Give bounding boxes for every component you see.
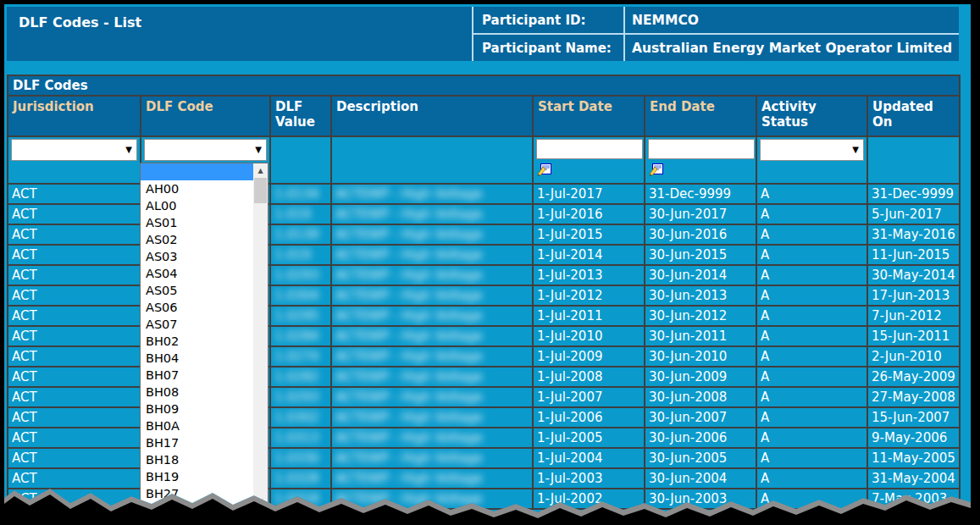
table-title: DLF Codes <box>7 75 961 95</box>
start-date-filter-input[interactable] <box>536 139 643 159</box>
dropdown-item[interactable]: BH07 <box>141 367 253 384</box>
cell-jurisdiction: ACT <box>8 245 141 265</box>
header-band: DLF Codes - List Participant ID: NEMMCO … <box>7 7 959 61</box>
dropdown-item[interactable]: BH19 <box>141 468 253 485</box>
blurred-dlf-value: 1.0304 <box>274 288 319 303</box>
cell-start-date: 1-Jul-2008 <box>533 367 645 387</box>
cell-updated-on: 11-May-2005 <box>867 448 960 468</box>
cell-updated-on: 5-Jun-2017 <box>867 204 960 224</box>
blurred-dlf-value: 1.0330 <box>274 450 319 466</box>
chevron-down-icon: ▼ <box>255 146 262 154</box>
cell-description: ACTEWP - High Voltage <box>331 285 533 306</box>
cell-updated-on: 27-May-2008 <box>867 387 960 407</box>
column-header-start-date[interactable]: Start Date <box>533 96 645 136</box>
cell-end-date: 30-Jun-2017 <box>645 204 756 224</box>
cell-dlf-value: 1.0139 <box>270 224 331 245</box>
blurred-description: ACTEWP - High Voltage <box>335 268 482 283</box>
dropdown-item[interactable]: BH09 <box>141 401 253 417</box>
cell-description: ACTEWP - High Voltage <box>331 428 533 448</box>
dropdown-item[interactable]: AS01 <box>141 214 253 231</box>
blurred-description: ACTEWP - High Voltage <box>335 288 482 303</box>
dropdown-item[interactable]: AS05 <box>141 282 253 299</box>
dropdown-item[interactable]: BH0A <box>141 417 253 434</box>
cell-updated-on: 9-May-2006 <box>867 428 960 448</box>
dropdown-item[interactable]: AS06 <box>141 299 253 316</box>
column-header-dlf-code[interactable]: DLF Code <box>141 96 270 136</box>
cell-start-date: 1-Jul-2006 <box>533 407 645 428</box>
chevron-down-icon: ▼ <box>852 146 859 154</box>
cell-end-date: 30-Jun-2006 <box>645 428 756 448</box>
filter-cell-jurisdiction: ▼ <box>8 136 141 184</box>
cell-jurisdiction: ACT <box>8 448 141 468</box>
dropdown-scrollbar[interactable]: ▲ ▼ <box>253 163 268 509</box>
cell-end-date: 30-Jun-2009 <box>645 367 756 387</box>
cell-dlf-value: 1.019 <box>270 204 331 224</box>
cell-updated-on: 31-May-2004 <box>867 468 960 489</box>
activity-status-filter-select[interactable]: ▼ <box>760 139 864 161</box>
blurred-dlf-value: 1.0284 <box>274 329 319 344</box>
blurred-description: ACTEWP - High Voltage <box>335 186 482 202</box>
dropdown-item[interactable]: AS02 <box>141 231 253 248</box>
cell-jurisdiction: ACT <box>8 326 141 346</box>
scroll-thumb[interactable] <box>254 178 267 203</box>
screenshot-torn-page: DLF Codes - List Participant ID: NEMMCO … <box>4 4 971 525</box>
filter-cell-start-date <box>533 136 645 184</box>
cell-activity-status: A <box>756 387 867 407</box>
dropdown-options: AH00AL00AS01AS02AS03AS04AS05AS06AS07BH02… <box>141 163 253 509</box>
cell-start-date: 1-Jul-2013 <box>533 265 645 285</box>
dropdown-item[interactable]: AH00 <box>141 180 253 197</box>
cell-start-date: 1-Jul-2002 <box>533 489 645 509</box>
blurred-description: ACTEWP - High Voltage <box>335 369 482 384</box>
blurred-description: ACTEWP - High Voltage <box>335 430 482 445</box>
chevron-down-icon: ▼ <box>125 146 132 154</box>
dlf-code-dropdown-list: AH00AL00AS01AS02AS03AS04AS05AS06AS07BH02… <box>140 163 269 510</box>
column-header-dlf-value[interactable]: DLF Value <box>270 96 331 136</box>
end-date-calendar-icon[interactable] <box>648 163 664 178</box>
cell-updated-on: 31-May-2016 <box>867 224 960 245</box>
cell-jurisdiction: ACT <box>8 428 141 448</box>
cell-start-date: 1-Jul-2005 <box>533 428 645 448</box>
dropdown-item[interactable]: AS04 <box>141 265 253 282</box>
dlf-code-filter-select[interactable]: ▼ <box>144 139 267 161</box>
dropdown-item[interactable] <box>141 163 253 180</box>
blurred-dlf-value: 1.0328 <box>274 471 319 486</box>
jurisdiction-filter-select[interactable]: ▼ <box>11 139 137 161</box>
filter-cell-updated-on <box>867 136 960 184</box>
cell-updated-on: 7-Jun-2012 <box>867 306 960 326</box>
cell-dlf-value: 1.0274 <box>270 346 331 367</box>
cell-activity-status: A <box>756 367 867 387</box>
column-header-end-date[interactable]: End Date <box>645 96 756 136</box>
cell-updated-on: 2-Jun-2010 <box>867 346 960 367</box>
filter-cell-description <box>331 136 533 184</box>
column-header-updated-on[interactable]: Updated On <box>867 96 960 136</box>
blurred-dlf-value: 1.0313 <box>274 430 319 445</box>
dropdown-item[interactable]: BH18 <box>141 451 253 468</box>
cell-activity-status: A <box>756 204 867 224</box>
dropdown-item[interactable]: BH17 <box>141 434 253 451</box>
column-header-activity-status[interactable]: Activity Status <box>756 96 867 136</box>
blurred-description: ACTEWP - High Voltage <box>335 390 482 405</box>
cell-start-date: 1-Jul-2014 <box>533 245 645 265</box>
scroll-up-button[interactable]: ▲ <box>253 163 268 178</box>
cell-activity-status: A <box>756 224 867 245</box>
column-header-description[interactable]: Description <box>331 96 533 136</box>
cell-end-date: 30-Jun-2016 <box>645 224 756 245</box>
cell-jurisdiction: ACT <box>8 367 141 387</box>
dropdown-item[interactable]: BH04 <box>141 350 253 367</box>
participant-name-label: Participant Name: <box>473 35 623 61</box>
dropdown-item[interactable]: AS03 <box>141 248 253 265</box>
blurred-description: ACTEWP - High Voltage <box>335 207 482 222</box>
dropdown-item[interactable]: BH08 <box>141 384 253 401</box>
cell-activity-status: A <box>756 265 867 285</box>
end-date-filter-input[interactable] <box>648 139 755 159</box>
cell-jurisdiction: ACT <box>8 306 141 326</box>
dropdown-item[interactable]: AS07 <box>141 316 253 333</box>
dropdown-item[interactable]: BH02 <box>141 333 253 350</box>
filter-cell-activity-status: ▼ <box>756 136 867 184</box>
start-date-calendar-icon[interactable] <box>536 163 552 178</box>
dropdown-item[interactable]: BH27 <box>141 485 253 502</box>
column-header-jurisdiction[interactable]: Jurisdiction <box>8 96 141 136</box>
cell-activity-status: A <box>756 306 867 326</box>
dropdown-item[interactable]: AL00 <box>141 197 253 214</box>
cell-end-date: 30-Jun-2005 <box>645 448 756 468</box>
